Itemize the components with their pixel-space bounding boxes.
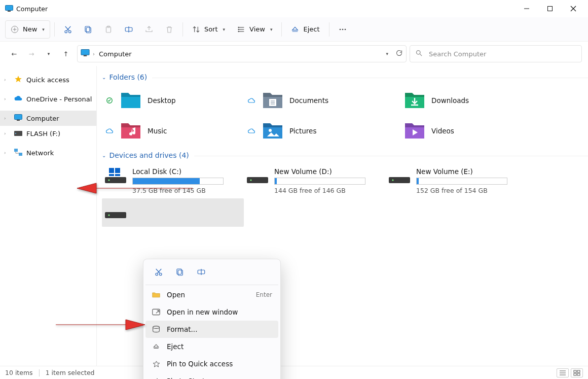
sidebar-item-quick-access[interactable]: › Quick access [0,72,96,87]
eject-button[interactable]: Eject [286,20,324,39]
drive-icon [247,167,268,184]
drive-name: New Volume (E:) [416,167,525,176]
delete-button[interactable] [160,20,178,39]
svg-rect-1 [8,11,11,12]
up-button[interactable]: ↑ [58,46,74,62]
address-bar[interactable]: › Computer ▾ [77,45,407,62]
eject-label: Eject [303,25,319,33]
svg-point-55 [160,273,162,275]
rename-button[interactable] [120,20,138,39]
svg-point-9 [65,30,67,33]
rename-button[interactable] [192,264,210,280]
folder-tile-documents[interactable]: Documents [244,85,386,116]
menu-open-new-window[interactable]: Open in new window [145,303,278,321]
back-button[interactable]: ← [6,46,22,62]
svg-rect-46 [109,174,114,176]
menu-eject[interactable]: Eject [145,338,278,355]
refresh-button[interactable] [395,49,403,58]
folders-section-header[interactable]: ⌄ Folders (6) [102,71,147,85]
recent-dropdown[interactable]: ▾ [41,46,57,62]
drives-section-header[interactable]: ⌄ Devices and drives (4) [102,149,189,163]
format-icon [152,325,161,333]
maximize-button[interactable] [538,0,562,17]
sidebar-item-computer[interactable]: › Computer [0,111,96,126]
annotation-arrow [76,180,193,196]
computer-icon [81,49,90,58]
close-button[interactable] [562,0,585,17]
view-details-button[interactable] [557,368,569,377]
window-title: Computer [16,5,48,13]
share-button[interactable] [140,20,158,39]
sort-button[interactable]: Sort ▾ [187,20,230,39]
minimize-button[interactable] [515,0,538,17]
drives-header-label: Devices and drives (4) [109,151,189,159]
chevron-down-icon: ▾ [270,27,273,32]
svg-rect-30 [15,114,22,119]
pin-icon [152,377,161,380]
drive-free-text: 152 GB free of 154 GB [416,187,525,194]
sync-check-icon [105,97,114,104]
sidebar-item-flash[interactable]: › FLASH (F:) [0,126,96,141]
sidebar-item-network[interactable]: › Network [0,145,96,160]
titlebar: Computer [0,0,588,17]
new-button[interactable]: New ▾ [5,20,50,39]
sort-label: Sort [204,25,218,33]
folder-tile-downloads[interactable]: Downloads [386,85,528,116]
drive-name: New Volume (D:) [274,167,383,176]
view-large-button[interactable] [571,368,583,377]
folder-icon [404,120,425,142]
menu-label: Format... [167,325,272,333]
folder-tile-desktop[interactable]: Desktop [102,85,244,116]
drive-icon [389,167,410,184]
folder-label: Documents [289,96,328,105]
chevron-down-icon[interactable]: ▾ [386,51,388,56]
cut-button[interactable] [59,20,77,39]
svg-point-24 [342,28,343,30]
drive-free-text: 144 GB free of 146 GB [274,187,383,194]
cloud-icon [247,98,256,104]
drive-tile-f[interactable] [102,198,244,227]
computer-icon [14,114,22,123]
separator [281,22,282,37]
svg-rect-52 [105,212,126,218]
search-input[interactable] [428,50,576,58]
menu-pin-start[interactable]: Pin to Start [145,372,278,379]
svg-line-29 [420,54,422,56]
svg-rect-11 [86,27,91,33]
folder-tile-videos[interactable]: Videos [386,116,528,146]
chevron-right-icon: › [4,116,10,121]
menu-format[interactable]: Format... [145,321,278,338]
more-button[interactable] [334,20,352,39]
sidebar-item-onedrive[interactable]: › OneDrive - Personal [0,91,96,107]
forward-button[interactable]: → [23,46,40,62]
view-label: View [249,25,265,33]
chevron-right-icon: › [4,131,10,136]
menu-open[interactable]: Open Enter [145,286,278,303]
drive-tile-e[interactable]: New Volume (E:) 152 GB free of 154 GB [386,163,528,198]
network-icon [14,149,22,157]
search-box[interactable] [410,45,582,62]
copy-button[interactable] [79,20,97,39]
view-button[interactable]: View ▾ [232,20,277,39]
cloud-icon [14,95,22,103]
folder-label: Downloads [431,96,469,105]
search-icon [415,49,423,58]
svg-rect-57 [177,269,181,274]
svg-point-10 [68,30,71,33]
svg-point-28 [417,51,421,55]
folder-tile-music[interactable]: Music [102,116,244,146]
copy-button[interactable] [171,264,189,280]
sidebar-item-label: FLASH (F:) [26,130,60,137]
folder-tile-pictures[interactable]: Pictures [244,116,386,146]
menu-label: Eject [167,342,272,351]
svg-rect-73 [574,370,576,372]
svg-rect-50 [389,177,410,183]
drive-tile-d[interactable]: New Volume (D:) 144 GB free of 146 GB [244,163,386,198]
cut-button[interactable] [150,264,168,280]
drive-name: Local Disk (C:) [132,167,241,176]
menu-pin-quick-access[interactable]: Pin to Quick access [145,355,278,372]
paste-button[interactable] [99,20,118,39]
svg-point-21 [238,29,239,29]
breadcrumb-location[interactable]: Computer [99,50,132,58]
svg-point-61 [153,326,160,329]
